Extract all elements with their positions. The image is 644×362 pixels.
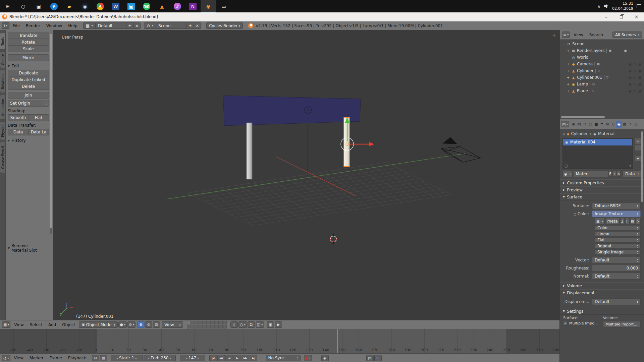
- selectability-icon[interactable]: ↖: [633, 82, 636, 86]
- jump-next-keyframe-button[interactable]: ▶▶: [241, 355, 249, 361]
- layout-add-button[interactable]: +: [126, 22, 133, 29]
- increment-icon[interactable]: ▸: [170, 357, 171, 360]
- outliner-row[interactable]: − ⊙ Scene ◉ ↖ ▣: [560, 41, 644, 47]
- mail-icon[interactable]: ▭: [216, 0, 231, 12]
- texture-option-dropdown[interactable]: Flat: [595, 237, 641, 243]
- current-frame-field[interactable]: ◂ 147 ▸: [180, 355, 205, 361]
- menu-item[interactable]: Playback: [65, 356, 89, 360]
- visibility-toggles[interactable]: ◉ ↖ ▣: [628, 76, 644, 79]
- menu-item[interactable]: Help: [65, 23, 80, 28]
- scene-add-button[interactable]: +: [187, 22, 194, 29]
- surface-shader-dropdown[interactable]: Diffuse BSDF: [592, 202, 641, 209]
- chrome-icon[interactable]: ●: [93, 0, 108, 12]
- lock-time-icon[interactable]: ▦: [100, 355, 107, 361]
- jump-to-start-button[interactable]: |◀: [209, 355, 217, 361]
- eye-icon[interactable]: ◉: [628, 62, 631, 66]
- menu-item[interactable]: Search: [586, 33, 606, 37]
- outliner-row[interactable]: + ▲ Cylinder.001 ▽ ◉ ↖ ▣: [560, 74, 644, 81]
- layer-cell[interactable]: [207, 325, 211, 328]
- data-transfer-button[interactable]: Data La: [29, 129, 49, 135]
- editor-type-button[interactable]: ▦: [2, 321, 10, 328]
- eye-icon[interactable]: ◉: [628, 69, 631, 73]
- whatsapp-icon[interactable]: ☎: [139, 0, 154, 12]
- tab-object[interactable]: ■: [593, 121, 599, 128]
- outliner-display-dropdown[interactable]: All Scenes: [612, 32, 642, 38]
- menu-item[interactable]: View: [11, 322, 26, 327]
- tab-texture[interactable]: ▦: [622, 121, 627, 128]
- clock[interactable]: 15:31 02.04.2019: [612, 1, 633, 11]
- layer-cell[interactable]: [223, 325, 227, 328]
- left-pole[interactable]: [247, 123, 252, 179]
- tab-render[interactable]: ▣: [571, 121, 576, 128]
- current-frame-marker[interactable]: [337, 329, 338, 353]
- layer-cell[interactable]: [223, 321, 227, 324]
- object-name[interactable]: Camera: [577, 62, 593, 66]
- toolshelf-scrollbar-thumb[interactable]: [50, 34, 52, 228]
- texture-option-dropdown[interactable]: Single Image: [595, 249, 641, 255]
- layer-cell[interactable]: [215, 325, 219, 328]
- visibility-toggles[interactable]: ◉ ↖ ▣: [628, 69, 644, 73]
- new-material-button[interactable]: +: [612, 171, 616, 177]
- add-material-slot-button[interactable]: +: [635, 138, 641, 144]
- visibility-toggles[interactable]: ◉ ↖ ▣: [628, 82, 644, 86]
- outliner-row[interactable]: + ▲ Cylinder ▽ ◉ ↖ ▣: [560, 67, 644, 74]
- viewport-shading-dropdown[interactable]: ●: [118, 321, 127, 328]
- object-name[interactable]: World: [577, 55, 588, 60]
- tray-chevron-icon[interactable]: ∧: [597, 4, 600, 9]
- unlink-image-button[interactable]: ×: [636, 218, 641, 225]
- photos-icon[interactable]: ▣: [123, 0, 139, 12]
- layout-delete-button[interactable]: ×: [133, 22, 141, 29]
- menu-item[interactable]: Marker: [26, 356, 46, 360]
- object-name[interactable]: Plane: [577, 88, 588, 93]
- edit-panel-header[interactable]: ▼ Edit ·····: [8, 64, 49, 68]
- open-image-button[interactable]: ▤: [630, 218, 635, 225]
- edit-button[interactable]: Delete: [8, 83, 49, 90]
- render-toggle-icon[interactable]: ▣: [638, 82, 641, 86]
- menu-item[interactable]: Frame: [47, 356, 65, 360]
- custom-properties-panel-header[interactable]: ▶Custom Properties: [560, 179, 644, 186]
- layer-cell[interactable]: [219, 325, 223, 328]
- browse-material-button[interactable]: ◉: [562, 171, 573, 177]
- eye-icon[interactable]: ◉: [628, 89, 631, 93]
- tab-material[interactable]: ◉: [616, 121, 622, 128]
- layout-name[interactable]: Default: [96, 22, 126, 29]
- keying-set-icon[interactable]: ◈: [321, 355, 329, 361]
- slot-specials-button[interactable]: ▾: [635, 156, 641, 162]
- breadcrumb-object[interactable]: Cylinder.: [571, 131, 588, 136]
- keyframe-delete-icon[interactable]: ⊞: [374, 355, 382, 361]
- itunes-icon[interactable]: ♪: [170, 0, 185, 12]
- lock-to-scene-icon[interactable]: ◊: [230, 321, 238, 328]
- start-button[interactable]: ⊞: [0, 0, 15, 12]
- data-link-dropdown[interactable]: Data: [623, 171, 641, 177]
- layer-cell[interactable]: [199, 321, 203, 324]
- render-toggle-icon[interactable]: ▣: [638, 89, 641, 93]
- transform-orientation-dropdown[interactable]: View: [162, 321, 183, 328]
- visibility-toggles[interactable]: ◉ ↖ ▣: [628, 89, 644, 93]
- toolshelf-tab[interactable]: Physics: [0, 121, 5, 140]
- layer-cell[interactable]: [203, 325, 207, 328]
- toolshelf-tab[interactable]: Grease Pencil: [0, 142, 5, 173]
- tab-scene[interactable]: ⊙: [582, 121, 587, 128]
- tab-particles[interactable]: ∴: [628, 121, 633, 128]
- expander-icon[interactable]: +: [567, 49, 570, 53]
- toolshelf-tab[interactable]: Tools: [0, 33, 5, 50]
- 3d-viewport[interactable]: y User Persp (147) Cylinder.001 +: [53, 30, 559, 320]
- editor-type-button[interactable]: ≡: [562, 32, 570, 38]
- search-icon[interactable]: ○: [15, 0, 31, 12]
- layer-cell[interactable]: [219, 321, 223, 324]
- unlink-material-button[interactable]: ×: [617, 171, 621, 177]
- expander-icon[interactable]: +: [567, 62, 570, 66]
- scale-manipulator-icon[interactable]: ⊡: [153, 321, 160, 328]
- object-name[interactable]: RenderLayers: [577, 48, 604, 53]
- close-button[interactable]: ×: [629, 12, 644, 21]
- eye-icon[interactable]: ◉: [628, 76, 631, 79]
- transform-button[interactable]: Scale: [8, 46, 49, 52]
- eye-icon[interactable]: ◉: [628, 82, 631, 86]
- tab-constraints[interactable]: ≡: [599, 121, 604, 128]
- menu-item[interactable]: Add: [45, 322, 59, 327]
- opengl-render-anim-icon[interactable]: ▶: [275, 321, 282, 328]
- menu-item[interactable]: Window: [43, 23, 65, 28]
- outliner-scrollbar[interactable]: [561, 116, 605, 118]
- settings-panel-header[interactable]: ▼Settings: [560, 308, 644, 315]
- menu-item[interactable]: View: [11, 356, 26, 360]
